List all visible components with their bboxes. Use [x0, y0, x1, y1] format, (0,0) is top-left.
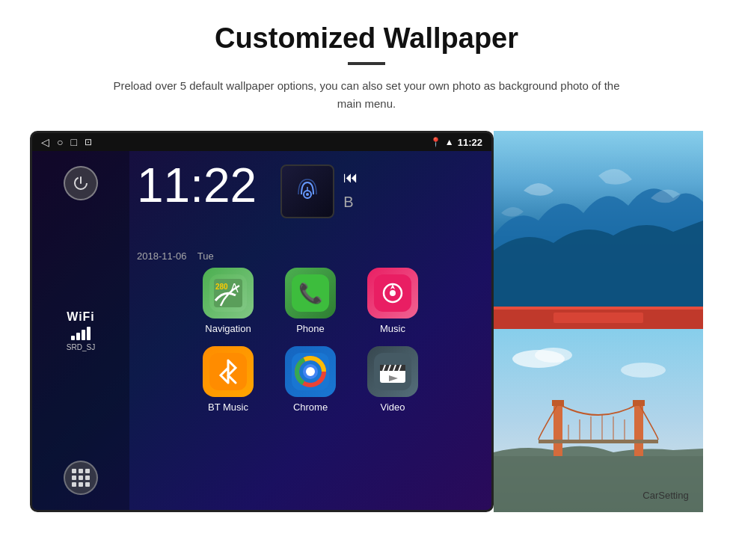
svg-text:A: A — [230, 282, 239, 295]
next-letter-button[interactable]: B — [343, 194, 358, 211]
carsetting-area: CarSetting — [30, 490, 703, 501]
app-bt-music[interactable]: BT Music — [194, 346, 262, 413]
screenshot-icon: ⊡ — [85, 137, 92, 147]
app-music-label: Music — [380, 323, 405, 334]
strip-preview-svg — [494, 307, 703, 329]
wallpaper-previews — [494, 131, 703, 512]
app-chrome[interactable]: Chrome — [277, 346, 344, 413]
status-time: 11:22 — [458, 137, 482, 148]
wifi-ssid: SRD_SJ — [67, 343, 95, 351]
clock-time-display: 11:22 2018-11-06 Tue — [137, 161, 264, 262]
app-bt-music-label: BT Music — [208, 401, 248, 413]
clock-date: 2018-11-06 Tue — [137, 250, 264, 262]
left-sidebar: WiFi SRD_SJ — [32, 151, 129, 510]
home-icon[interactable]: ○ — [57, 136, 63, 148]
wifi-bar-1 — [71, 336, 75, 340]
status-bar-nav: ◁ ○ □ ⊡ — [41, 136, 92, 148]
wallpaper-blue-ice-svg — [494, 131, 703, 307]
svg-point-13 — [390, 290, 396, 296]
wifi-bar-2 — [76, 333, 80, 340]
app-navigation[interactable]: A 280 Navigation — [194, 268, 262, 334]
svg-text:📞: 📞 — [298, 281, 323, 305]
wallpaper-golden-gate — [494, 329, 703, 512]
main-content: ◁ ○ □ ⊡ 📍 ▲ 11:22 — [30, 131, 703, 512]
home-main-area: 11:22 2018-11-06 Tue — [129, 151, 491, 510]
app-navigation-label: Navigation — [205, 323, 251, 334]
svg-point-20 — [306, 367, 315, 376]
svg-rect-41 — [553, 404, 562, 456]
wifi-widget: WiFi SRD_SJ — [67, 310, 95, 351]
grid-dots-icon — [72, 469, 90, 487]
video-icon — [367, 346, 418, 397]
wifi-signal-bars — [67, 327, 95, 340]
svg-point-3 — [306, 193, 309, 196]
clock-row: 11:22 2018-11-06 Tue — [137, 161, 484, 262]
wifi-bar-4 — [87, 327, 91, 340]
back-icon[interactable]: ◁ — [41, 136, 49, 148]
svg-rect-42 — [634, 404, 643, 456]
chrome-icon — [285, 346, 336, 397]
app-video-label: Video — [380, 401, 405, 413]
prev-track-button[interactable]: ⏮ — [343, 169, 358, 186]
app-row-2: BT Music — [137, 346, 484, 413]
svg-rect-32 — [553, 313, 643, 323]
music-icon — [367, 268, 418, 319]
location-icon: 📍 — [430, 137, 441, 147]
wifi-bar-3 — [82, 330, 85, 340]
app-phone[interactable]: 📞 Phone — [277, 268, 344, 334]
app-video[interactable]: Video — [359, 346, 426, 413]
radio-icon-box[interactable] — [280, 164, 334, 218]
bt-music-icon — [203, 346, 254, 397]
device-mockup: ◁ ○ □ ⊡ 📍 ▲ 11:22 — [30, 131, 494, 512]
svg-rect-45 — [539, 440, 658, 443]
app-row-1: A 280 Navigation 📞 — [137, 268, 484, 334]
power-button[interactable] — [64, 166, 98, 200]
app-chrome-label: Chrome — [293, 401, 328, 413]
carsetting-app[interactable]: CarSetting — [628, 490, 703, 501]
svg-point-35 — [535, 348, 572, 363]
page-title: Customized Wallpaper — [215, 22, 518, 55]
svg-rect-44 — [633, 400, 645, 406]
svg-point-36 — [621, 363, 666, 378]
signal-icon: ▲ — [445, 137, 454, 147]
home-screen: WiFi SRD_SJ — [32, 151, 491, 510]
wifi-label: WiFi — [67, 310, 95, 324]
clock-time: 11:22 — [137, 161, 257, 209]
phone-icon: 📞 — [285, 268, 336, 319]
media-controls: ⏮ B — [343, 169, 358, 211]
status-bar-right: 📍 ▲ 11:22 — [430, 137, 482, 148]
page-subtitle: Preload over 5 default wallpaper options… — [105, 77, 628, 113]
svg-rect-31 — [494, 307, 703, 310]
wallpaper-bridge-svg — [494, 329, 703, 512]
carsetting-label: CarSetting — [642, 490, 688, 501]
status-bar: ◁ ○ □ ⊡ 📍 ▲ 11:22 — [32, 133, 491, 151]
navigation-icon: A 280 — [203, 268, 254, 319]
app-phone-label: Phone — [296, 323, 325, 334]
app-music[interactable]: Music — [359, 268, 426, 334]
recents-icon[interactable]: □ — [70, 136, 76, 148]
svg-rect-43 — [552, 400, 564, 406]
wallpaper-blue-ice — [494, 131, 703, 307]
svg-text:280: 280 — [215, 283, 228, 291]
wallpaper-strip-preview — [494, 307, 703, 329]
title-divider — [348, 62, 385, 65]
